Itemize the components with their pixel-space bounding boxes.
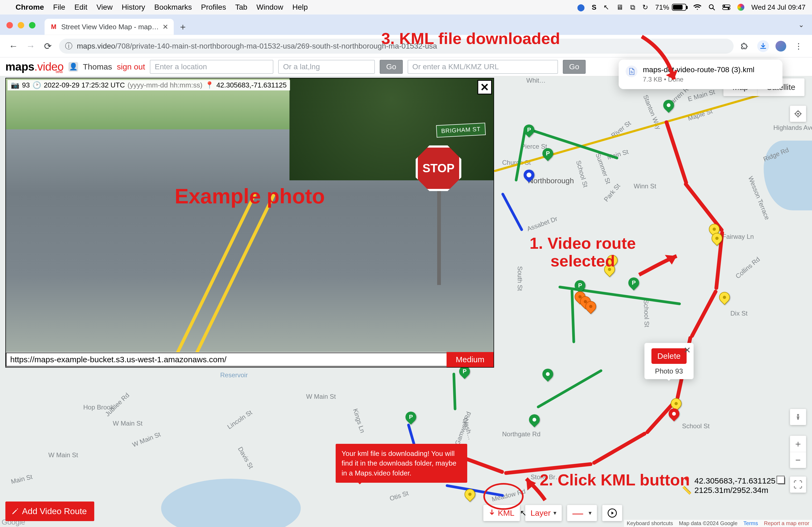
menubar-item-tab[interactable]: Tab — [235, 3, 247, 12]
fullscreen-button[interactable]: ⛶ — [790, 477, 806, 493]
chrome-window: M Street View Video Map - map… ✕ ＋ ⌄ ← →… — [0, 15, 812, 527]
play-button[interactable] — [602, 505, 622, 521]
remove-button[interactable]: —▾ — [567, 505, 597, 521]
photo-frame-number: 93 — [22, 81, 30, 89]
example-photo-label: Example photo — [175, 184, 325, 208]
cursor-icon[interactable]: ↖ — [603, 3, 609, 12]
downloads-icon[interactable] — [757, 40, 769, 52]
road-label: Dix St — [730, 310, 748, 317]
green-waypoint-pin[interactable] — [540, 366, 555, 382]
close-tab-icon[interactable]: ✕ — [162, 23, 168, 31]
latlng-input[interactable] — [278, 60, 375, 74]
search-icon[interactable] — [708, 4, 715, 11]
minimize-window-button[interactable] — [18, 22, 24, 28]
selected-route[interactable] — [690, 289, 718, 338]
map-data-label: Map data ©2024 Google — [679, 520, 737, 526]
user-name: Thomas — [83, 62, 112, 71]
terms-link[interactable]: Terms — [743, 520, 758, 526]
menubar-item-history[interactable]: History — [122, 3, 145, 12]
close-photo-button[interactable]: ✕ — [477, 80, 492, 94]
svg-line-1 — [713, 8, 715, 10]
chrome-menu-icon[interactable]: ⋮ — [793, 40, 804, 52]
road-label: Pierce St — [521, 143, 547, 150]
blue-route[interactable] — [501, 192, 524, 231]
add-video-route-button[interactable]: Add Video Route — [5, 501, 94, 521]
control-center-icon[interactable]: ⧉ — [630, 3, 635, 12]
road-label: Collins Rd — [734, 255, 762, 280]
road-label: School St — [575, 160, 590, 188]
battery-percent: 71% — [655, 3, 669, 12]
menubar-item-window[interactable]: Window — [257, 3, 283, 12]
site-info-icon[interactable]: ⓘ — [65, 41, 73, 51]
back-button[interactable]: ← — [8, 40, 19, 52]
chevron-down-icon: ▾ — [589, 510, 592, 516]
kml-url-input[interactable] — [408, 60, 558, 74]
site-logo[interactable]: maps.video beta — [5, 60, 64, 73]
control-center-icon[interactable] — [722, 4, 730, 11]
location-input[interactable] — [150, 60, 273, 74]
svg-point-7 — [797, 414, 799, 416]
water-shape — [161, 479, 301, 527]
menubar-datetime[interactable]: Wed 24 Jul 09:47 — [751, 3, 806, 12]
road-label: Reservoir — [220, 371, 248, 379]
report-map-error-link[interactable]: Report a map error — [764, 520, 809, 526]
layer-dropdown[interactable]: Layer ▾ — [525, 505, 562, 521]
browser-tab[interactable]: M Street View Video Map - map… ✕ — [45, 19, 174, 35]
road-label: Lincoln St — [226, 409, 253, 431]
close-icon[interactable]: ✕ — [684, 345, 691, 355]
menubar-item-file[interactable]: File — [53, 3, 65, 12]
tab-title: Street View Video Map - map… — [61, 23, 159, 31]
tablist-chevron-icon[interactable]: ⌄ — [795, 19, 807, 31]
go-kml-button[interactable]: Go — [563, 60, 586, 74]
photo-coords: 42.305683,-71.631125 — [216, 81, 287, 89]
go-button[interactable]: Go — [380, 60, 403, 74]
road-label: Fairway Ln — [722, 233, 754, 240]
menu-extra-icon[interactable]: S — [592, 3, 596, 12]
signout-link[interactable]: sign out — [117, 62, 145, 71]
road-label: Northgate Rd — [502, 431, 540, 438]
pegman-icon[interactable] — [790, 409, 806, 425]
menubar-item-bookmarks[interactable]: Bookmarks — [154, 3, 192, 12]
new-tab-button[interactable]: ＋ — [177, 21, 189, 33]
keyboard-shortcuts-link[interactable]: Keyboard shortcuts — [627, 520, 673, 526]
camera-icon: 📷 — [11, 81, 19, 89]
siri-icon[interactable] — [737, 4, 744, 11]
green-route[interactable] — [452, 373, 456, 410]
road-label: Assabet Dr — [526, 215, 559, 233]
battery-icon[interactable] — [672, 4, 686, 11]
close-window-button[interactable] — [6, 22, 13, 28]
forward-button[interactable]: → — [25, 40, 37, 52]
photo-source-url[interactable]: https://maps-example-bucket.s3.us-west-1… — [6, 352, 447, 366]
reload-button[interactable]: ⟳ — [42, 40, 54, 52]
photo-image[interactable]: STOP BRIGHAM ST Example photo — [6, 78, 494, 352]
delete-button[interactable]: Delete — [651, 348, 686, 364]
road-label: Winn St — [634, 182, 656, 190]
selected-route[interactable] — [664, 120, 688, 185]
selected-route[interactable] — [592, 431, 647, 465]
menubar-item-profiles[interactable]: Profiles — [201, 3, 226, 12]
fullscreen-window-button[interactable] — [29, 22, 35, 28]
menubar-app[interactable]: Chrome — [16, 3, 44, 12]
zoom-in-button[interactable]: ＋ — [790, 436, 806, 452]
photo-size-toggle[interactable]: Medium — [447, 352, 494, 367]
yellow-photo-pin[interactable] — [717, 290, 732, 305]
menu-extra-icon[interactable]: ⬤ — [577, 3, 585, 12]
parking-pin[interactable]: P — [403, 409, 419, 425]
menubar-item-help[interactable]: Help — [292, 3, 308, 12]
road-label: Davis St — [236, 446, 255, 470]
profile-avatar[interactable] — [775, 41, 786, 51]
zoom-out-button[interactable]: − — [790, 452, 806, 468]
extensions-icon[interactable] — [739, 40, 751, 52]
user-avatar-icon[interactable]: 👤 — [69, 62, 78, 72]
menubar-item-edit[interactable]: Edit — [74, 3, 87, 12]
window-traffic-lights[interactable] — [6, 22, 35, 28]
clock-history-icon[interactable]: ↻ — [642, 3, 648, 12]
selected-route[interactable] — [683, 182, 724, 232]
menubar-item-view[interactable]: View — [97, 3, 113, 12]
copy-icon[interactable] — [778, 477, 785, 484]
green-waypoint-pin[interactable] — [527, 412, 542, 427]
wifi-icon[interactable] — [693, 4, 701, 11]
display-icon[interactable]: 🖥 — [616, 3, 623, 12]
my-location-button[interactable] — [790, 106, 806, 122]
macos-menubar: Chrome File Edit View History Bookmarks … — [0, 0, 812, 15]
